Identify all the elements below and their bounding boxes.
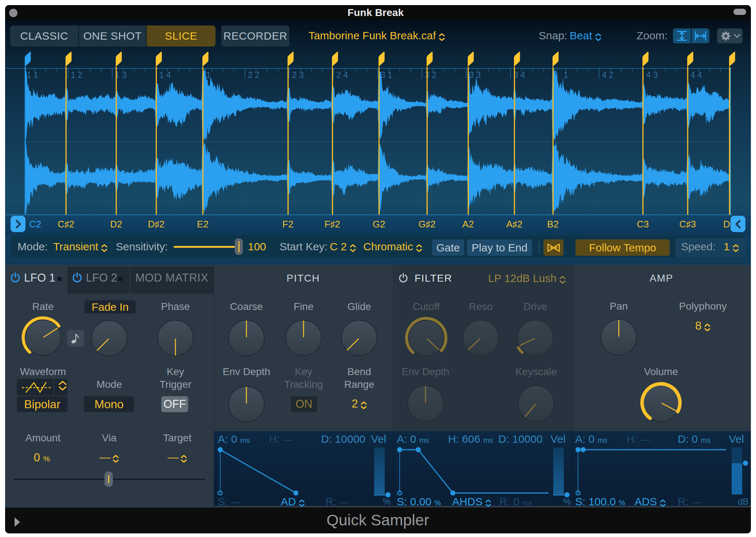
svg-text:4 3: 4 3	[646, 70, 658, 80]
svg-text:4 4: 4 4	[690, 70, 702, 80]
svg-text:1: 1	[206, 70, 211, 80]
svg-text:1 4: 1 4	[159, 70, 171, 80]
svg-text:2 2: 2 2	[248, 70, 260, 80]
svg-text:3 1: 3 1	[381, 70, 392, 80]
svg-text:2 3: 2 3	[292, 70, 304, 80]
svg-text:1 2: 1 2	[71, 70, 83, 80]
svg-text:3 4: 3 4	[514, 70, 525, 80]
svg-text:3 3: 3 3	[469, 70, 481, 80]
svg-text:1: 1	[563, 70, 568, 80]
svg-text:2 4: 2 4	[336, 70, 348, 80]
svg-text:4 2: 4 2	[602, 70, 614, 80]
svg-text:1 1: 1 1	[27, 70, 38, 80]
